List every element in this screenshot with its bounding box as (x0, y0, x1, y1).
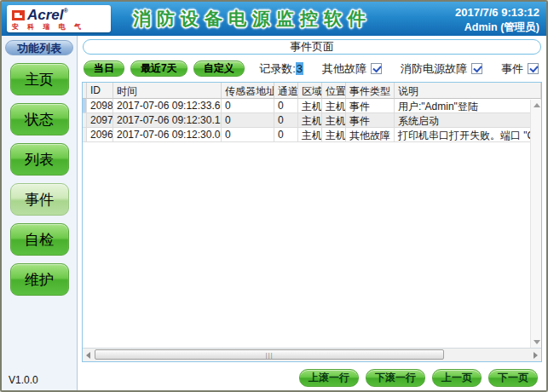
table-cell[interactable]: 2096 (87, 128, 113, 142)
column-header-id[interactable]: ID (87, 83, 113, 99)
datetime-display: 2017/7/6 9:13:12 (455, 5, 539, 20)
scroll-up-icon[interactable] (534, 103, 540, 107)
function-sidebar: 功能列表 主页 状态 列表 事件 自检 维护 V1.0.0 (2, 36, 78, 390)
table-cell[interactable]: 2017-07-06 09:12:30.033 (113, 128, 222, 142)
column-header-channel[interactable]: 通道 (274, 83, 298, 99)
sidebar-title: 功能列表 (5, 40, 73, 55)
app-title: 消防设备电源监控软件 (133, 7, 372, 31)
table-cell[interactable]: 主机 (298, 113, 322, 128)
table-cell[interactable]: 0 (222, 99, 274, 113)
brand-subtitle: 安 科 瑞 电 气 (12, 24, 106, 31)
filter-other-faults-checkbox[interactable] (371, 63, 382, 74)
scroll-right-icon[interactable] (534, 352, 538, 359)
filter-other-faults-label: 其他故障 (322, 61, 366, 77)
pager-bar: 上滚一行 下滚一行 上一页 下一页 (82, 368, 542, 387)
scroll-up-row-button[interactable]: 上滚一行 (299, 369, 359, 387)
registered-mark: ® (64, 8, 68, 14)
table-cell[interactable]: 打印机串口打开失败。端口 "C (395, 128, 541, 142)
horizontal-scrollbar[interactable]: ||| (83, 349, 541, 361)
event-page: 事件页面 当日 最近7天 自定义 记录数:3 其他故障 消防电源故障 事件 (78, 36, 546, 390)
filter-events: 事件 (501, 61, 539, 77)
sidebar-item-list[interactable]: 列表 (10, 143, 69, 176)
filter-events-checkbox[interactable] (528, 63, 539, 74)
table-cell[interactable]: 0 (222, 113, 274, 128)
column-header-time[interactable]: 时间 (113, 83, 222, 99)
vertical-scrollbar[interactable] (530, 100, 541, 348)
table-cell[interactable]: 0 (274, 128, 298, 142)
column-header-area[interactable]: 区域 (298, 83, 322, 99)
sidebar-item-events[interactable]: 事件 (10, 183, 69, 216)
table-cell[interactable]: 2017-07-06 09:12:33.657 (113, 99, 222, 113)
scroll-down-icon[interactable] (534, 340, 540, 344)
current-user: Admin (管理员) (455, 20, 539, 36)
brand-name: Acrel® (27, 8, 68, 22)
filter-power-faults: 消防电源故障 (401, 61, 482, 77)
header-bar: Acrel® 安 科 瑞 电 气 消防设备电源监控软件 2017/7/6 9:1… (2, 2, 546, 36)
event-table-panel: ID 时间 传感器地址 通道 区域 位置 事件类型 说明 2098 2017-0… (82, 82, 542, 362)
table-cell[interactable]: 2017-07-06 09:12:30.123 (113, 113, 222, 128)
table-cell[interactable]: 事件 (346, 113, 395, 128)
table-cell[interactable]: 0 (222, 128, 274, 142)
table-cell[interactable]: 其他故障 (346, 128, 395, 142)
page-title: 事件页面 (83, 39, 541, 55)
filter-power-faults-checkbox[interactable] (471, 63, 482, 74)
table-cell[interactable]: 主机 (298, 99, 322, 113)
scroll-down-row-button[interactable]: 下滚一行 (366, 369, 425, 387)
table-cell[interactable]: 0 (274, 113, 298, 128)
column-header-position[interactable]: 位置 (322, 83, 346, 99)
custom-range-button[interactable]: 自定义 (193, 61, 245, 77)
sidebar-item-selfcheck[interactable]: 自检 (10, 223, 69, 256)
table-cell[interactable]: 2097 (87, 113, 113, 128)
event-grid: ID 时间 传感器地址 通道 区域 位置 事件类型 说明 2098 2017-0… (83, 83, 541, 349)
column-header-description[interactable]: 说明 (395, 83, 541, 99)
filter-events-label: 事件 (501, 61, 523, 77)
app-window: Acrel® 安 科 瑞 电 气 消防设备电源监控软件 2017/7/6 9:1… (0, 0, 548, 392)
table-cell[interactable]: 事件 (346, 99, 395, 113)
sidebar-item-status[interactable]: 状态 (10, 103, 69, 135)
table-cell[interactable]: 主机 (322, 128, 346, 142)
scrollbar-grip-icon: ||| (265, 352, 273, 359)
event-toolbar: 当日 最近7天 自定义 记录数:3 其他故障 消防电源故障 事件 (84, 59, 540, 78)
version-label: V1.0.0 (9, 374, 38, 386)
filter-other-faults: 其他故障 (322, 61, 382, 77)
column-header-event-type[interactable]: 事件类型 (346, 83, 395, 99)
table-cell[interactable]: 用户:"Admin"登陆 (395, 99, 541, 113)
sidebar-item-home[interactable]: 主页 (10, 63, 69, 95)
acrel-logo: Acrel® 安 科 瑞 电 气 (7, 5, 111, 32)
column-header-sensor-address[interactable]: 传感器地址 (222, 83, 274, 99)
today-button[interactable]: 当日 (84, 61, 124, 77)
sidebar-item-maintenance[interactable]: 维护 (10, 263, 69, 296)
horizontal-scrollbar-thumb[interactable]: ||| (95, 349, 444, 360)
filter-power-faults-label: 消防电源故障 (401, 61, 467, 77)
acrel-logo-icon (12, 10, 25, 20)
table-cell[interactable]: 主机 (298, 128, 322, 142)
prev-page-button[interactable]: 上一页 (432, 369, 482, 387)
table-cell[interactable]: 0 (274, 99, 298, 113)
record-count: 记录数:3 (259, 61, 303, 77)
scroll-left-icon[interactable] (86, 352, 90, 359)
table-cell[interactable]: 系统启动 (395, 113, 541, 128)
next-page-button[interactable]: 下一页 (488, 369, 538, 387)
record-count-label: 记录数: (259, 61, 296, 77)
table-cell[interactable]: 主机 (322, 99, 346, 113)
record-count-value: 3 (296, 62, 303, 75)
table-cell[interactable]: 2098 (87, 99, 113, 113)
table-cell[interactable]: 主机 (322, 113, 346, 128)
last7days-button[interactable]: 最近7天 (130, 61, 187, 77)
